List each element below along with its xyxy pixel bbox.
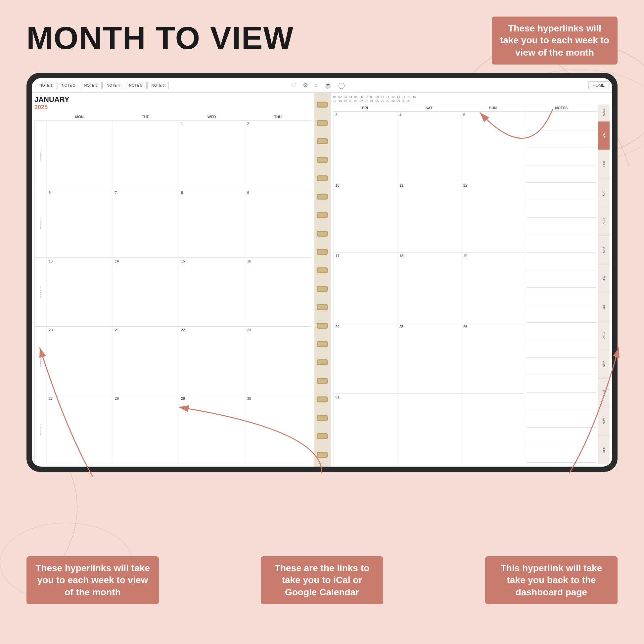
day-cell[interactable]: 11 <box>397 182 461 252</box>
day-cell[interactable]: 16 <box>245 258 311 326</box>
note-line[interactable] <box>527 148 596 165</box>
heart-icon[interactable]: ♡ <box>291 82 296 89</box>
day-cell[interactable]: 9 <box>245 189 311 258</box>
note-line[interactable] <box>527 393 596 410</box>
day-cell[interactable]: 14 <box>113 258 179 326</box>
tab-note4[interactable]: NOTE 4 <box>102 82 124 89</box>
note-line[interactable] <box>527 323 596 340</box>
spiral-ring <box>317 267 328 273</box>
home-button[interactable]: HOME <box>588 81 609 89</box>
note-line[interactable] <box>527 305 596 323</box>
week1-label[interactable]: WEEK 1 <box>34 120 46 189</box>
day-cell[interactable] <box>461 394 525 464</box>
day-cell[interactable]: 24 <box>333 323 397 393</box>
day-cell[interactable]: 1 <box>179 120 245 189</box>
day-cell[interactable] <box>113 120 179 189</box>
note-line[interactable] <box>527 410 596 428</box>
day-cell[interactable]: 22 <box>179 327 245 395</box>
note-line[interactable] <box>527 445 596 463</box>
day-cell[interactable] <box>46 120 113 189</box>
day-cell[interactable]: 18 <box>397 253 461 323</box>
week3-label[interactable]: WEEK 3 <box>34 258 46 326</box>
day-cell[interactable]: 26 <box>461 323 525 393</box>
day-cell[interactable]: 28 <box>113 395 179 464</box>
day-cell[interactable]: 15 <box>179 258 245 326</box>
tab-note2[interactable]: NOTE 2 <box>58 82 79 89</box>
day-cell[interactable]: 23 <box>245 327 311 395</box>
notes-body[interactable] <box>525 112 598 464</box>
sidebar-month-dec[interactable]: DEC <box>598 436 610 464</box>
spiral-ring <box>317 286 328 292</box>
note-line[interactable] <box>527 130 596 148</box>
spiral-ring <box>317 249 328 255</box>
week5-label[interactable]: WEEK 5 <box>34 395 46 464</box>
day-cell[interactable]: 2 <box>245 120 311 189</box>
left-calendar-grid: MON TUE WED THU WEEK 1 1 2 <box>34 114 311 464</box>
day-cell[interactable]: 6 <box>46 189 113 258</box>
tab-note6[interactable]: NOTE 6 <box>147 82 169 89</box>
circle-icon[interactable]: ◯ <box>338 82 345 89</box>
month-name: JANUARY <box>34 95 311 104</box>
week4-label[interactable]: WEEK 4 <box>34 327 46 395</box>
note-line[interactable] <box>527 165 596 183</box>
day-cell[interactable]: 5 <box>461 112 525 182</box>
note-line[interactable] <box>527 113 596 130</box>
right-week-row-5: 31 <box>333 394 525 464</box>
sidebar-month-feb[interactable]: FEB <box>598 150 610 178</box>
sidebar-month-jun[interactable]: JUN <box>598 264 610 293</box>
sidebar-month-jan[interactable]: JAN <box>598 121 610 150</box>
spiral-ring <box>317 304 328 310</box>
sidebar-month-oct[interactable]: OCT <box>598 378 610 407</box>
day-cell[interactable]: 13 <box>46 258 113 326</box>
note-line[interactable] <box>527 218 596 235</box>
day-cell[interactable]: 3 <box>333 112 397 182</box>
fitness-icon[interactable]: ↕ <box>315 82 318 89</box>
tab-note5[interactable]: NOTE 5 <box>125 82 147 89</box>
day-cell[interactable]: 8 <box>179 189 245 258</box>
spiral-ring <box>317 452 328 458</box>
note-line[interactable] <box>527 270 596 288</box>
note-line[interactable] <box>527 340 596 358</box>
day-cell[interactable] <box>397 394 461 464</box>
note-line[interactable] <box>527 183 596 200</box>
year-sidebar-label[interactable]: YEAR <box>598 105 610 121</box>
calendar-header-row: MON TUE WED THU <box>34 114 311 120</box>
note-line[interactable] <box>527 200 596 218</box>
day-cell[interactable]: 12 <box>461 182 525 252</box>
annotation-bottom-left: These hyperlinks will take you to each w… <box>26 556 159 604</box>
day-cell[interactable]: 19 <box>461 253 525 323</box>
gear-icon[interactable]: ⚙ <box>303 82 308 89</box>
sidebar-month-jul[interactable]: JUL <box>598 293 610 321</box>
sidebar-month-apr[interactable]: APR <box>598 207 610 235</box>
coffee-icon[interactable]: ☕ <box>324 82 332 89</box>
day-cell[interactable]: 4 <box>397 112 461 182</box>
note-line[interactable] <box>527 235 596 253</box>
day-cell[interactable]: 27 <box>46 395 113 464</box>
day-cell[interactable]: 30 <box>245 395 311 464</box>
sidebar-month-sep[interactable]: SEP <box>598 350 610 378</box>
day-cell[interactable]: 17 <box>333 253 397 323</box>
note-line[interactable] <box>527 375 596 393</box>
note-line[interactable] <box>527 428 596 445</box>
day-cell[interactable]: 25 <box>397 323 461 393</box>
tab-note3[interactable]: NOTE 3 <box>80 82 102 89</box>
day-cell[interactable]: 31 <box>333 394 397 464</box>
day-cell[interactable]: 20 <box>46 327 113 395</box>
note-line[interactable] <box>527 253 596 270</box>
note-line[interactable] <box>527 288 596 305</box>
sidebar-month-may[interactable]: MAY <box>598 235 610 264</box>
day-cell[interactable]: 29 <box>179 395 245 464</box>
sat-header: SAT <box>397 105 461 111</box>
week-col-header <box>34 114 46 120</box>
spiral-ring <box>317 396 328 402</box>
week2-label[interactable]: WEEK 2 <box>34 189 46 258</box>
note-line[interactable] <box>527 358 596 375</box>
tue-header: TUE <box>113 114 179 120</box>
day-cell[interactable]: 7 <box>113 189 179 258</box>
sidebar-month-aug[interactable]: AUG <box>598 321 610 349</box>
day-cell[interactable]: 10 <box>333 182 397 252</box>
sidebar-month-nov[interactable]: NOV <box>598 407 610 435</box>
day-cell[interactable]: 21 <box>113 327 179 395</box>
sidebar-month-mar[interactable]: MAR <box>598 178 610 207</box>
tab-note1[interactable]: NOTE 1 <box>35 82 57 89</box>
